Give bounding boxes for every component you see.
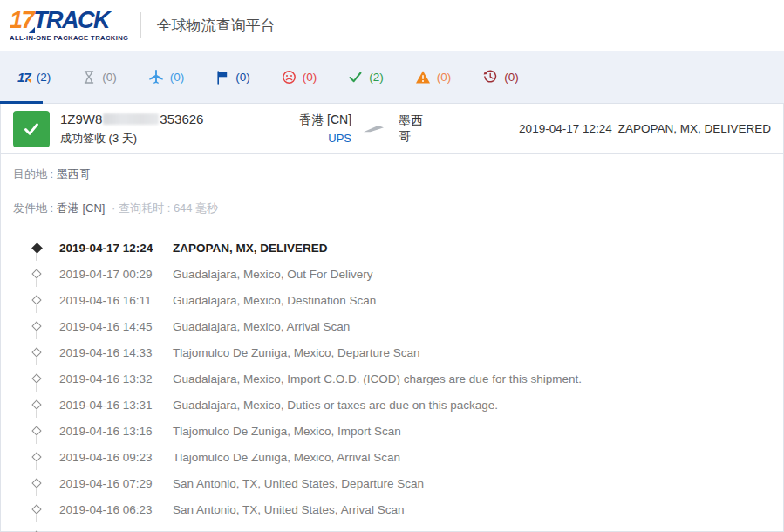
origin-line: 发件地 : 香港 [CN] · 查询耗时 : 644 毫秒 (13, 201, 771, 216)
masked-digits (103, 113, 159, 125)
timeline-diamond-icon (32, 270, 41, 277)
origin-label: 发件地 : (13, 201, 53, 215)
timeline-diamond-icon (32, 323, 41, 330)
route-arrow-icon (363, 121, 385, 137)
timeline-row: 2019-04-16 04:49 Louisville, KY, United … (1, 522, 783, 532)
timeline-row: 2019-04-17 12:24 ZAPOPAN, MX, DELIVERED (1, 235, 783, 261)
content-panel: 1Z9W8353626 成功签收 (3 天) 香港 [CN] UPS 墨西哥 2… (0, 104, 784, 532)
header: 17TRACK ALL-IN-ONE PACKAGE TRACKING 全球物流… (0, 0, 784, 51)
delivered-check-icon (13, 111, 50, 147)
carrier-name[interactable]: UPS (276, 132, 351, 145)
timeline-desc: Guadalajara, Mexico, Destination Scan (173, 294, 376, 307)
destination-line: 目的地 : 墨西哥 (13, 167, 771, 182)
timeline-time: 2019-04-16 07:29 (59, 477, 173, 490)
timeline-desc: Tlajomulco De Zuniga, Mexico, Departure … (173, 346, 420, 359)
timeline-diamond-icon (32, 454, 41, 460)
logo-tagline: ALL-IN-ONE PACKAGE TRACKING (10, 35, 128, 42)
17track-logo[interactable]: 17TRACK ALL-IN-ONE PACKAGE TRACKING (10, 9, 128, 42)
timeline-row: 2019-04-16 07:29 San Antonio, TX, United… (1, 470, 783, 496)
tab-count: (0) (170, 71, 185, 84)
timeline-diamond-icon (32, 480, 41, 487)
tab-delivered[interactable]: (2) (332, 51, 399, 103)
tab-count: (0) (235, 71, 250, 84)
latest-event-desc: ZAPOPAN, MX, DELIVERED (618, 122, 771, 135)
origin-name: 香港 [CN] (276, 113, 351, 128)
timeline-desc: Tlajomulco De Zuniga, Mexico, Import Sca… (173, 425, 401, 438)
logo-notch (29, 27, 35, 33)
timeline-time: 2019-04-16 13:16 (59, 425, 173, 438)
timeline-desc: Guadalajara, Mexico, Import C.O.D. (ICOD… (173, 372, 582, 385)
timeline-time: 2019-04-16 06:23 (59, 503, 173, 516)
timeline-diamond-icon (32, 427, 41, 434)
warning-icon (415, 70, 431, 85)
timeline-row: 2019-04-16 14:45 Guadalajara, Mexico, Ar… (1, 313, 783, 339)
timeline-row: 2019-04-16 06:23 San Antonio, TX, United… (1, 496, 783, 522)
site-title: 全球物流查询平台 (156, 16, 275, 36)
tab-count: (2) (369, 71, 384, 84)
timeline-row: 2019-04-16 13:16 Tlajomulco De Zuniga, M… (1, 418, 783, 444)
timeline-diamond-icon (32, 506, 41, 513)
tab-count: (2) (37, 71, 51, 84)
tab-all[interactable]: 17 (2) (0, 51, 66, 103)
tab-count: (0) (504, 71, 519, 84)
latest-event: 2019-04-17 12:24ZAPOPAN, MX, DELIVERED (519, 122, 771, 135)
timeline-diamond-icon (32, 244, 41, 252)
plane-icon (148, 69, 164, 85)
tracking-number: 1Z9W8353626 (60, 112, 276, 126)
timeline-row: 2019-04-16 13:31 Guadalajara, Mexico, Du… (1, 392, 783, 418)
tab-count: (0) (102, 71, 117, 84)
package-summary-row[interactable]: 1Z9W8353626 成功签收 (3 天) 香港 [CN] UPS 墨西哥 2… (1, 104, 783, 154)
seventeen-icon: 17 (17, 71, 31, 84)
latest-event-time: 2019-04-17 12:24 (519, 122, 612, 135)
tab-count: (0) (303, 71, 317, 84)
package-status-text: 成功签收 (3 天) (60, 131, 276, 147)
tab-expired[interactable]: (0) (467, 51, 535, 103)
timeline-diamond-icon (32, 297, 41, 304)
timeline-time: 2019-04-16 09:23 (59, 451, 173, 464)
tab-undelivered[interactable]: (0) (266, 51, 333, 103)
timeline-diamond-icon (32, 349, 41, 356)
timeline-desc: Louisville, KY, United States, Departure… (173, 529, 408, 532)
timeline-diamond-icon (32, 375, 41, 382)
timeline-row: 2019-04-16 16:11 Guadalajara, Mexico, De… (1, 287, 783, 313)
flag-icon (215, 70, 229, 85)
timeline-time: 2019-04-17 00:29 (59, 268, 173, 281)
timeline-time: 2019-04-16 04:49 (59, 529, 173, 532)
tab-in-transit[interactable]: (0) (133, 51, 201, 103)
timeline-row: 2019-04-16 13:32 Guadalajara, Mexico, Im… (1, 365, 783, 392)
check-icon (348, 70, 363, 85)
timeline-desc: San Antonio, TX, United States, Departur… (173, 477, 424, 490)
timeline-desc: ZAPOPAN, MX, DELIVERED (173, 242, 328, 255)
timeline-desc: San Antonio, TX, United States, Arrival … (173, 503, 404, 516)
destination-value: 墨西哥 (57, 167, 91, 181)
origin-value: 香港 [CN] (57, 201, 106, 215)
history-icon (482, 69, 498, 85)
destination-label: 目的地 : (13, 167, 53, 181)
hourglass-icon (82, 70, 96, 85)
timeline-time: 2019-04-16 16:11 (59, 294, 173, 307)
logo-17: 17 (10, 7, 33, 33)
tab-alert[interactable]: (0) (399, 51, 467, 103)
timeline-time: 2019-04-16 13:32 (59, 372, 173, 385)
logo-track: TRACK (33, 7, 109, 33)
header-divider (140, 12, 141, 38)
route-block: 香港 [CN] UPS 墨西哥 (276, 113, 434, 145)
timeline-list: 2019-04-17 12:24 ZAPOPAN, MX, DELIVERED … (1, 235, 783, 532)
package-id-block: 1Z9W8353626 成功签收 (3 天) (60, 112, 276, 147)
timeline-time: 2019-04-17 12:24 (59, 242, 173, 255)
timeline-desc: Guadalajara, Mexico, Out For Delivery (173, 268, 373, 281)
timeline-desc: Tlajomulco De Zuniga, Mexico, Arrival Sc… (173, 451, 400, 464)
query-time: · 查询耗时 : 644 毫秒 (112, 201, 218, 215)
timeline-desc: Guadalajara, Mexico, Arrival Scan (173, 320, 350, 333)
status-tabbar: 17 (2) (0) (0) (0) (0) (2) (0) (0) (0, 51, 784, 104)
timeline-row: 2019-04-16 09:23 Tlajomulco De Zuniga, M… (1, 444, 783, 470)
tab-pending[interactable]: (0) (66, 51, 133, 103)
logo-wordmark: 17TRACK (10, 9, 128, 32)
timeline-time: 2019-04-16 14:33 (59, 346, 173, 359)
destination-name: 墨西哥 (399, 113, 434, 145)
sad-face-icon (282, 70, 297, 85)
tab-count: (0) (437, 71, 452, 84)
tab-pick-up[interactable]: (0) (200, 51, 266, 103)
timeline-row: 2019-04-17 00:29 Guadalajara, Mexico, Ou… (1, 261, 783, 287)
timeline-time: 2019-04-16 13:31 (59, 399, 173, 412)
